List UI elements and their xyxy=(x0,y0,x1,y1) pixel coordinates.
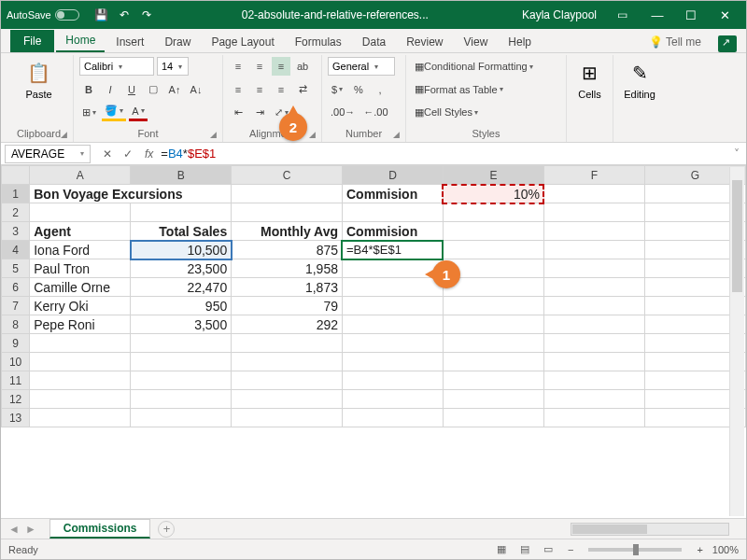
cell[interactable]: Monthly Avg xyxy=(232,222,343,241)
cell[interactable]: Bon Voyage Excursions xyxy=(30,185,232,203)
tab-view[interactable]: View xyxy=(455,32,498,52)
cancel-formula-icon[interactable]: ✕ xyxy=(98,147,117,161)
row-header[interactable]: 7 xyxy=(2,297,30,315)
cell[interactable]: Agent xyxy=(30,222,131,241)
cell[interactable]: Commision xyxy=(342,222,443,241)
row-header[interactable]: 5 xyxy=(2,259,30,278)
align-center-icon[interactable]: ≡ xyxy=(250,80,269,99)
cell-d4-active[interactable]: =B4*$E$1 xyxy=(342,241,443,259)
cell-e1[interactable]: 10% xyxy=(443,185,543,203)
bold-button[interactable]: B xyxy=(79,80,98,99)
tab-home[interactable]: Home xyxy=(56,30,105,52)
underline-button[interactable]: U xyxy=(122,80,141,99)
row-header[interactable]: 1 xyxy=(2,185,30,203)
align-middle-icon[interactable]: ≡ xyxy=(250,57,269,76)
normal-view-icon[interactable]: ▦ xyxy=(491,543,512,555)
cell[interactable]: 22,470 xyxy=(131,278,232,297)
tab-insert[interactable]: Insert xyxy=(106,32,153,52)
cell[interactable]: 3,500 xyxy=(131,315,232,334)
decrease-indent-icon[interactable]: ⇤ xyxy=(229,103,247,121)
cell[interactable]: 1,958 xyxy=(232,259,343,278)
ribbon-options-icon[interactable]: ▭ xyxy=(610,8,634,21)
cell-styles-button[interactable]: ▦ Cell Styles xyxy=(412,103,481,121)
tab-review[interactable]: Review xyxy=(397,32,452,52)
col-header[interactable]: D xyxy=(342,166,443,185)
cell[interactable]: Pepe Roni xyxy=(30,315,131,334)
zoom-level[interactable]: 100% xyxy=(712,544,739,555)
row-header[interactable]: 12 xyxy=(2,390,30,409)
sheet-prev-icon[interactable]: ◄ xyxy=(8,523,20,536)
fill-color-button[interactable]: 🪣 xyxy=(102,103,126,121)
redo-icon[interactable]: ↷ xyxy=(139,7,154,22)
row-header[interactable]: 8 xyxy=(2,315,30,334)
zoom-in-button[interactable]: + xyxy=(697,544,702,555)
col-header[interactable]: C xyxy=(232,166,343,185)
cell[interactable]: Paul Tron xyxy=(30,259,131,278)
close-button[interactable]: ✕ xyxy=(709,6,740,24)
row-header[interactable]: 6 xyxy=(2,278,30,297)
decrease-font-icon[interactable]: A↓ xyxy=(187,80,205,99)
align-right-icon[interactable]: ≡ xyxy=(272,80,290,99)
decrease-decimal-icon[interactable]: ←.00 xyxy=(360,103,390,121)
share-button[interactable] xyxy=(718,35,737,52)
conditional-formatting-button[interactable]: ▦ Conditional Formatting xyxy=(412,57,536,76)
align-bottom-icon[interactable]: ≡ xyxy=(272,57,290,76)
row-header[interactable]: 10 xyxy=(2,353,30,371)
align-left-icon[interactable]: ≡ xyxy=(229,80,247,99)
page-layout-view-icon[interactable]: ▤ xyxy=(514,543,535,555)
minimize-button[interactable]: — xyxy=(641,6,673,24)
cell[interactable]: 23,500 xyxy=(131,259,232,278)
zoom-out-button[interactable]: − xyxy=(568,544,573,555)
row-header[interactable]: 4 xyxy=(2,241,30,259)
increase-indent-icon[interactable]: ⇥ xyxy=(250,103,269,121)
launcher-icon[interactable]: ◢ xyxy=(61,130,67,139)
autosave-toggle[interactable]: AutoSave xyxy=(7,9,79,21)
cell[interactable]: Iona Ford xyxy=(30,241,131,259)
maximize-button[interactable]: ☐ xyxy=(675,6,707,24)
row-header[interactable]: 9 xyxy=(2,334,30,353)
tab-formulas[interactable]: Formulas xyxy=(286,32,351,52)
col-header[interactable]: B xyxy=(131,166,232,185)
editing-button[interactable]: ✎Editing xyxy=(619,57,660,102)
tab-data[interactable]: Data xyxy=(353,32,395,52)
cell[interactable]: Total Sales xyxy=(131,222,232,241)
vertical-scrollbar[interactable] xyxy=(729,167,744,516)
name-box[interactable]: AVERAGE▾ xyxy=(5,145,91,163)
row-header[interactable]: 13 xyxy=(2,409,30,427)
font-size-select[interactable]: 14 xyxy=(157,57,189,76)
tab-page-layout[interactable]: Page Layout xyxy=(202,32,283,52)
cell[interactable]: 79 xyxy=(232,297,343,315)
add-sheet-button[interactable]: + xyxy=(158,521,175,538)
page-break-view-icon[interactable]: ▭ xyxy=(538,543,558,555)
format-as-table-button[interactable]: ▦ Format as Table xyxy=(412,80,506,99)
comma-format-icon[interactable]: , xyxy=(371,80,389,99)
save-icon[interactable]: 💾 xyxy=(94,7,109,22)
italic-button[interactable]: I xyxy=(101,80,120,99)
launcher-icon[interactable]: ◢ xyxy=(309,130,316,139)
fx-icon[interactable]: fx xyxy=(145,147,153,161)
font-color-button[interactable]: A xyxy=(129,103,148,121)
formula-input[interactable]: =B4*$E$1 xyxy=(157,147,727,161)
enter-formula-icon[interactable]: ✓ xyxy=(119,147,137,161)
launcher-icon[interactable]: ◢ xyxy=(393,130,400,139)
horizontal-scrollbar[interactable] xyxy=(571,523,729,536)
border-bottom-icon[interactable]: ▢ xyxy=(144,80,162,99)
row-header[interactable]: 3 xyxy=(2,222,30,241)
cell[interactable]: Kerry Oki xyxy=(30,297,131,315)
cell[interactable]: Commision xyxy=(342,185,443,203)
merge-center-icon[interactable]: ⇄ xyxy=(293,80,312,99)
cell-b4[interactable]: 10,500 xyxy=(131,241,232,259)
tab-file[interactable]: File xyxy=(10,30,54,52)
zoom-slider[interactable] xyxy=(588,548,682,552)
wrap-text-icon[interactable]: ab xyxy=(293,57,312,76)
col-header[interactable]: A xyxy=(30,166,131,185)
tell-me[interactable]: 💡 Tell me xyxy=(640,32,711,52)
paste-button[interactable]: 📋 Paste xyxy=(10,57,67,102)
row-header[interactable]: 11 xyxy=(2,371,30,390)
col-header[interactable]: F xyxy=(543,166,644,185)
cell[interactable]: Camille Orne xyxy=(30,278,131,297)
cell[interactable]: 292 xyxy=(232,315,343,334)
accounting-format-icon[interactable]: $ xyxy=(328,80,346,99)
cell[interactable] xyxy=(232,185,343,203)
cell[interactable]: 950 xyxy=(131,297,232,315)
